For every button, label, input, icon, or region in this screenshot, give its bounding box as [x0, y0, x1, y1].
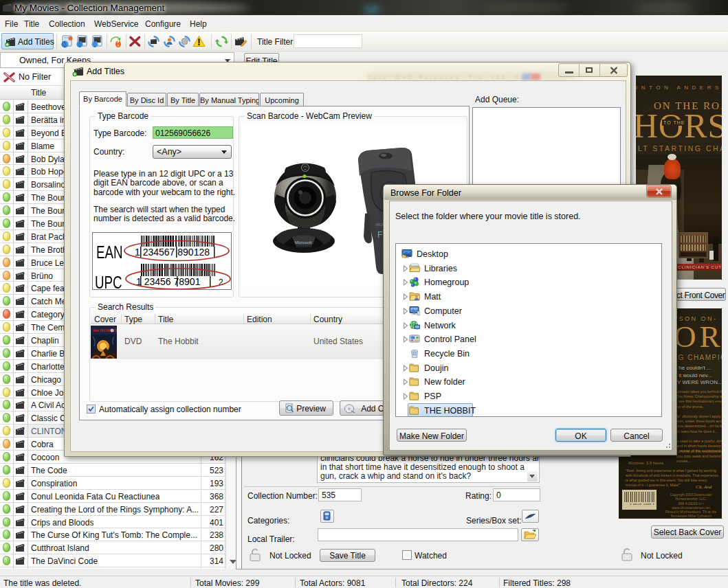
svg-text:1 234567 890128: 1 234567 890128: [135, 247, 210, 258]
svg-text:Microsoft: Microsoft: [295, 240, 312, 245]
svg-text:F: F: [377, 230, 382, 240]
svg-text:1 23456 78901: 1 23456 78901: [136, 276, 201, 287]
